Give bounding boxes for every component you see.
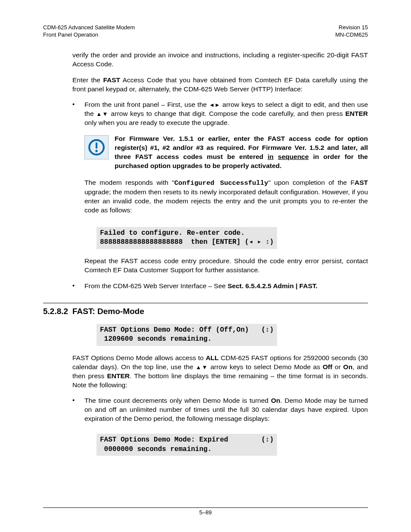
left-right-arrows-icon: ◄► [209, 102, 220, 108]
bullet-item: • The time count decrements only when De… [72, 396, 368, 423]
header-docnum: MN-CDM625 [335, 31, 368, 39]
header-right: Revision 15 MN-CDM625 [335, 24, 368, 39]
footer-divider [43, 507, 368, 508]
svg-rect-1 [96, 143, 97, 149]
section-heading: 5.2.8.2 FAST: Demo-Mode [43, 307, 368, 316]
document-page: CDM-625 Advanced Satellite Modem Front P… [0, 0, 411, 532]
body-content: verify the order and provide an invoice … [72, 51, 368, 291]
section-number: 5.2.8.2 [43, 307, 72, 316]
bullet-dot: • [72, 396, 84, 423]
lcd-display: FAST Options Demo Mode: Expired (↕) 0000… [97, 434, 277, 456]
paragraph: FAST Options Demo Mode allows access to … [72, 354, 368, 390]
section-divider [43, 303, 368, 303]
paragraph: The modem responds with "Configured Succ… [84, 178, 368, 215]
bullet-content: From the unit front panel – First, use t… [84, 100, 368, 128]
paragraph: Enter the FAST Access Code that you have… [72, 76, 368, 94]
page-number: 5–89 [0, 509, 411, 516]
paragraph: verify the order and provide an invoice … [72, 51, 368, 69]
svg-point-2 [95, 150, 97, 152]
page-header: CDM-625 Advanced Satellite Modem Front P… [43, 24, 368, 39]
up-down-arrows-icon: ▲▼ [196, 364, 208, 370]
note-callout: For Firmware Ver. 1.5.1 or earlier, ente… [84, 134, 368, 171]
code-display-wrap: FAST Options Demo Mode: Expired (↕) 0000… [84, 429, 368, 464]
note-text: For Firmware Ver. 1.5.1 or earlier, ente… [115, 134, 368, 171]
info-icon [84, 135, 109, 159]
bullet-item: • From the unit front panel – First, use… [72, 100, 368, 128]
bullet-content: The time count decrements only when Demo… [84, 396, 368, 423]
bullet-item: • From the CDM-625 Web Server Interface … [72, 282, 368, 291]
lcd-display: FAST Options Demo Mode: Off (Off,On) (↕)… [97, 324, 277, 346]
header-section: Front Panel Operation [43, 31, 135, 39]
section-body: FAST Options Demo Mode: Off (Off,On) (↕)… [72, 324, 368, 464]
header-product: CDM-625 Advanced Satellite Modem [43, 24, 135, 31]
paragraph: Repeat the FAST access code entry proced… [84, 257, 368, 275]
code-display-wrap: FAST Options Demo Mode: Off (Off,On) (↕)… [84, 324, 368, 354]
header-left: CDM-625 Advanced Satellite Modem Front P… [43, 24, 135, 39]
bullet-content: From the CDM-625 Web Server Interface – … [84, 282, 368, 291]
header-revision: Revision 15 [335, 24, 368, 31]
bullet-dot: • [72, 100, 84, 128]
code-display-wrap: Failed to configure. Re-enter code. 8888… [84, 222, 368, 257]
bullet-dot: • [72, 282, 84, 291]
up-down-arrows-icon: ▲▼ [96, 111, 109, 117]
section-title: FAST: Demo-Mode [72, 307, 144, 316]
lcd-display: Failed to configure. Re-enter code. 8888… [97, 227, 277, 249]
